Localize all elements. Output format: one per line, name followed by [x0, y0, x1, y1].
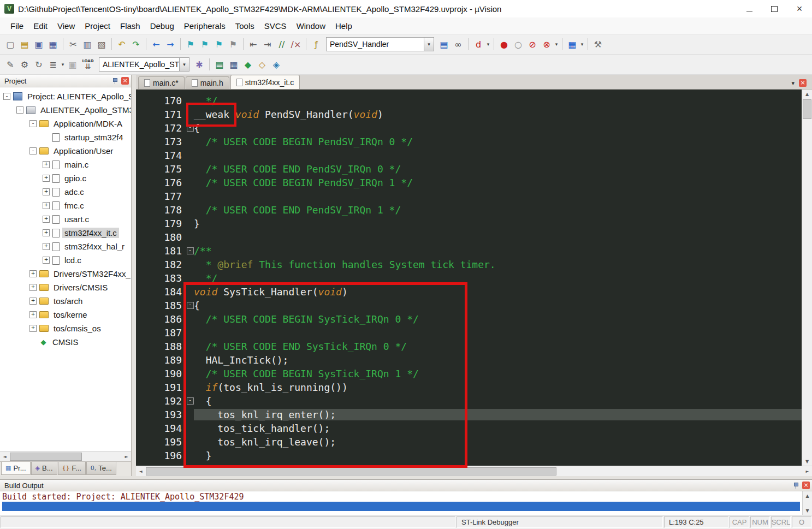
code-line[interactable]: 188 /* USER CODE END SysTick_IRQn 0 */ [136, 340, 802, 353]
minimize-button[interactable] [737, 0, 762, 17]
scroll-left-icon[interactable]: ◄ [0, 452, 9, 461]
editor-tab-main-h[interactable]: main.h [186, 76, 229, 89]
build-output-scrollbar[interactable]: ▲ ▼ [802, 491, 812, 515]
code-line[interactable]: 178 /* USER CODE END PendSV_IRQn 1 */ [136, 203, 802, 217]
code-line[interactable]: 192- { [136, 394, 802, 408]
line-number[interactable]: 192 [136, 395, 186, 407]
tree-item[interactable]: +Drivers/STM32F4xx_ [0, 267, 131, 281]
code-line[interactable]: 170 */ [136, 94, 802, 108]
line-number[interactable]: 185 [136, 300, 186, 311]
scroll-right-icon[interactable]: ► [122, 452, 131, 461]
open-folder-icon[interactable]: ▤ [17, 37, 32, 51]
code-line[interactable]: 175 /* USER CODE END PendSV_IRQn 0 */ [136, 162, 802, 176]
tree-item[interactable]: +stm32f4xx_hal_r [0, 240, 131, 253]
line-number[interactable]: 190 [136, 368, 186, 379]
line-number[interactable]: 183 [136, 272, 186, 284]
code-line[interactable]: 196 } [136, 449, 802, 462]
dropdown-caret[interactable]: ▾ [554, 41, 559, 47]
fold-gutter[interactable]: - [186, 397, 194, 405]
code-line[interactable]: 172-{ [136, 121, 802, 135]
close-document-button[interactable]: × [799, 79, 807, 87]
menu-item-peripherals[interactable]: Peripherals [179, 19, 230, 33]
redo-icon[interactable]: ↷ [129, 37, 143, 51]
line-number[interactable]: 178 [136, 204, 186, 216]
editor-tab-stm32f4xx-it-c[interactable]: stm32f4xx_it.c [230, 75, 300, 89]
new-file-icon[interactable]: ▢ [3, 37, 17, 51]
scrollbar-thumb[interactable] [10, 453, 82, 461]
tree-item[interactable]: +tos/kerne [0, 308, 131, 322]
target-combobox[interactable]: ALIENTEK_Apollo_STM32 ▾ [99, 57, 189, 72]
menu-item-edit[interactable]: Edit [28, 19, 52, 33]
tree-expander[interactable]: + [29, 298, 37, 305]
navigate-forward-icon[interactable]: → [163, 37, 177, 51]
menu-item-file[interactable]: File [5, 19, 28, 33]
tree-item[interactable]: +tos/arch [0, 294, 131, 308]
fold-collapse-icon[interactable]: - [187, 302, 194, 309]
line-number[interactable]: 174 [136, 150, 186, 161]
tree-expander[interactable]: - [29, 147, 37, 154]
tree-item[interactable]: +tos/cmsis_os [0, 322, 131, 335]
tree-expander[interactable]: - [3, 93, 10, 100]
goto-definition-icon[interactable]: ▤ [437, 37, 451, 51]
tree-expander[interactable]: - [29, 120, 37, 127]
debug-windows-icon[interactable]: ▦ [565, 37, 579, 51]
fold-collapse-icon[interactable]: - [187, 247, 194, 254]
tree-expander[interactable]: + [43, 216, 50, 223]
panel-tab-books[interactable]: ◈B... [31, 462, 57, 475]
tree-item[interactable]: +main.c [0, 158, 131, 171]
line-number[interactable]: 193 [136, 409, 186, 420]
clear-bookmarks-icon[interactable]: ⚑ [226, 37, 240, 51]
fold-gutter[interactable]: - [186, 124, 194, 132]
code-line[interactable]: 180 [136, 230, 802, 244]
stop-build-icon[interactable]: ▣ [66, 57, 80, 72]
pin-icon[interactable] [792, 482, 799, 489]
code-line[interactable]: 179} [136, 217, 802, 230]
code-line[interactable]: 189 HAL_IncTick(); [136, 353, 802, 367]
line-number[interactable]: 189 [136, 354, 186, 366]
tree-expander[interactable]: + [43, 243, 50, 250]
menu-item-debug[interactable]: Debug [145, 19, 179, 33]
disable-all-breakpoints-icon[interactable]: ⊘ [525, 37, 540, 51]
code-line[interactable]: 177 [136, 189, 802, 203]
line-number[interactable]: 176 [136, 177, 186, 188]
fold-collapse-icon[interactable]: - [187, 124, 194, 132]
editor-hscrollbar[interactable]: ◄ ► [136, 466, 812, 476]
line-number[interactable]: 184 [136, 286, 186, 298]
kill-all-breakpoints-icon[interactable]: ⊗ [540, 37, 554, 51]
code-line[interactable]: 193 tos_knl_irq_enter(); [136, 408, 802, 421]
menu-item-help[interactable]: Help [330, 19, 357, 33]
tree-expander[interactable]: + [43, 257, 50, 264]
save-icon[interactable]: ▣ [32, 37, 46, 51]
close-build-output-button[interactable]: × [802, 482, 810, 489]
code-line[interactable]: 191 if(tos_knl_is_running()) [136, 381, 802, 394]
code-line[interactable]: 187 [136, 326, 802, 340]
options-for-target-icon[interactable]: ✱ [192, 57, 206, 72]
code-line[interactable]: 173 /* USER CODE BEGIN PendSV_IRQn 0 */ [136, 135, 802, 148]
scrollbar-thumb[interactable] [803, 99, 811, 119]
line-number[interactable]: 188 [136, 341, 186, 352]
code-line[interactable]: 190 /* USER CODE BEGIN SysTick_IRQn 1 */ [136, 367, 802, 381]
function-combobox[interactable]: PendSV_Handler ▾ [326, 37, 434, 51]
line-number[interactable]: 195 [136, 436, 186, 448]
editor-tab-main-c-[interactable]: main.c* [138, 76, 185, 89]
menu-item-tools[interactable]: Tools [230, 19, 259, 33]
tree-item[interactable]: +stm32f4xx_it.c [0, 226, 131, 240]
pin-icon[interactable] [111, 78, 118, 84]
unindent-icon[interactable]: ⇤ [246, 37, 260, 51]
code-line[interactable]: 176 /* USER CODE BEGIN PendSV_IRQn 1 */ [136, 176, 802, 189]
menu-item-svcs[interactable]: SVCS [259, 19, 292, 33]
tree-item[interactable]: ◆CMSIS [0, 335, 131, 349]
line-number[interactable]: 182 [136, 259, 186, 270]
indent-icon[interactable]: ⇥ [260, 37, 275, 51]
tree-item[interactable]: -ALIENTEK_Apollo_STM3 [0, 103, 131, 117]
tree-expander[interactable]: + [43, 188, 50, 195]
rebuild-icon[interactable]: ↻ [32, 57, 46, 72]
batch-build-icon[interactable]: ≣ [46, 57, 60, 72]
line-number[interactable]: 191 [136, 382, 186, 393]
line-number[interactable]: 179 [136, 218, 186, 229]
menu-item-project[interactable]: Project [80, 19, 115, 33]
configure-icon[interactable]: ⚒ [591, 37, 605, 51]
current-function-icon[interactable]: ƒ [309, 37, 323, 51]
code-editor[interactable]: 170 */171__weak void PendSV_Handler(void… [136, 90, 802, 466]
scroll-up-icon[interactable]: ▲ [803, 491, 812, 500]
